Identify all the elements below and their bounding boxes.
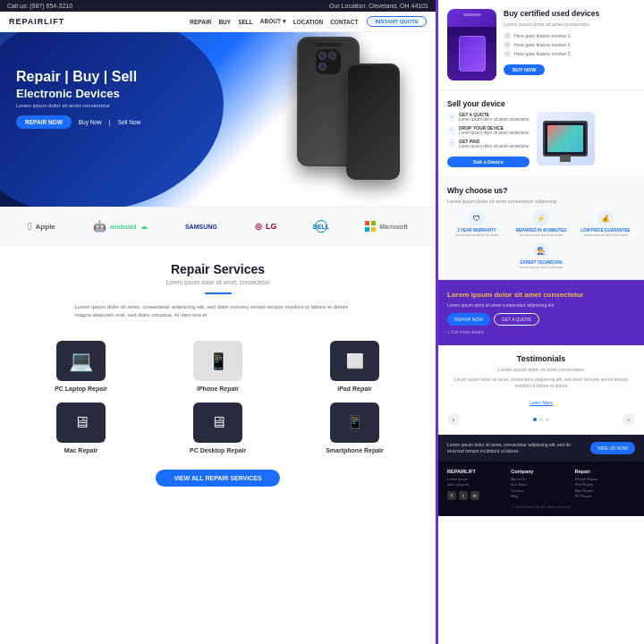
feature-check-1 <box>504 32 511 39</box>
hero-buttons: REPAIR NOW Buy Now | Sell Now <box>16 115 140 129</box>
laptop-icon: 💻 <box>69 350 93 373</box>
footer-team[interactable]: Our Team <box>511 482 571 487</box>
services-grid: 💻 PC Laptop Repair 📱 iPhone Repair ⬜ iPa… <box>0 341 436 462</box>
dot-1[interactable] <box>533 418 537 421</box>
footer-repairlift-title: REPAIRLIFT <box>447 469 507 474</box>
footer-company-title: Company <box>511 469 571 474</box>
brand-apple:  Apple <box>28 220 55 233</box>
iphone-icon: 📱 <box>208 352 228 371</box>
footer-repair-title: Repair <box>575 469 635 474</box>
feature-text-2: Here goes feature number 2 <box>514 42 571 47</box>
cta-title: Lorem ipsum dolor sit amet consectetur <box>447 291 635 299</box>
nav-contact[interactable]: CONTACT <box>330 19 358 25</box>
footer-link-1[interactable]: Lorem ipsum <box>447 477 507 481</box>
buy-now-link[interactable]: Buy Now <box>79 119 102 125</box>
footer-careers[interactable]: Careers <box>511 488 571 493</box>
cta-quote-button[interactable]: GET A QUOTE <box>494 313 540 326</box>
repair-section-subtitle: Lorem ipsum dolor sit amet, consectetur <box>18 279 418 285</box>
why-title: Why choose us? <box>447 186 635 195</box>
dot-3[interactable] <box>546 418 549 421</box>
cta-repair-button[interactable]: REPAIR NOW <box>447 313 490 326</box>
repair-section-title: Repair Services <box>18 262 418 276</box>
top-bar: Call us: (987) 654-3210 Our Location: Cl… <box>0 0 436 12</box>
laptop-icon-box: 💻 <box>56 341 106 381</box>
testimonials-learn-more[interactable]: Learn More <box>530 400 553 405</box>
footer-ipad-repair[interactable]: iPad Repair <box>575 482 635 487</box>
twitter-icon[interactable]: t <box>459 491 468 500</box>
mac-label: Mac Repair <box>18 447 144 453</box>
cta-link[interactable]: + Get more details <box>447 329 635 335</box>
desktop-icon-box: 🖥 <box>193 402 242 443</box>
sell-device-button[interactable]: Sell a Device <box>447 157 530 167</box>
step-content-3: GET PAID Lorem ipsum dolor sit amet cons… <box>459 139 530 149</box>
repair-now-button[interactable]: REPAIR NOW <box>16 115 72 129</box>
sell-now-link[interactable]: Sell Now <box>118 119 141 125</box>
ipad-icon-box: ⬜ <box>330 341 379 381</box>
footer-col-repairlift: REPAIRLIFT Lorem ipsum dolor sit amet f … <box>447 469 507 500</box>
cta-buttons: REPAIR NOW GET A QUOTE <box>447 313 635 326</box>
footer-blog[interactable]: Blog <box>511 494 571 498</box>
service-desktop[interactable]: 🖥 PC Desktop Repair <box>155 402 281 453</box>
testimonials-subtitle: Lorem ipsum dolor sit amet consectetur <box>447 367 635 374</box>
service-ipad[interactable]: ⬜ iPad Repair <box>292 341 418 392</box>
footer-about[interactable]: About Us <box>511 477 571 481</box>
step-icon-1 <box>447 112 456 121</box>
repair-section: Repair Services Lorem ipsum dolor sit am… <box>0 246 436 341</box>
footer-iphone-repair[interactable]: iPhone Repair <box>575 477 635 481</box>
nav-links: REPAIR BUY SELL ABOUT ▾ LOCATION CONTACT <box>190 18 358 25</box>
step-content-1: GET A QUOTE Lorem ipsum dolor sit amet c… <box>459 112 530 123</box>
feature-check-3 <box>504 50 511 57</box>
lg-label: LG <box>266 222 277 231</box>
android-label: android <box>110 223 136 231</box>
footer-col-repair: Repair iPhone Repair iPad Repair Mac Rep… <box>575 469 635 500</box>
instant-quote-button[interactable]: INSTANT QUOTE <box>367 16 427 27</box>
nav-repair[interactable]: REPAIR <box>190 19 211 25</box>
brand-microsoft: Microsoft <box>365 221 408 232</box>
hero-subtitle: Electronic Devices <box>16 87 140 100</box>
section-divider <box>205 292 232 294</box>
nav-location[interactable]: LOCATION <box>293 19 323 25</box>
social-links: f t in <box>447 491 507 500</box>
prev-arrow[interactable]: ‹ <box>447 413 460 426</box>
left-panel: Call us: (987) 654-3210 Our Location: Cl… <box>0 0 436 644</box>
view-all-button[interactable]: VIEW ALL REPAIR SERVICES <box>156 470 279 487</box>
separator: | <box>109 119 111 125</box>
why-section: Why choose us? Lorem ipsum dolor sit ame… <box>438 177 644 280</box>
certified-buy-button[interactable]: BUY NOW <box>504 64 545 75</box>
hero-title: Repair | Buy | Sell <box>16 68 140 85</box>
certified-feature-2: Here goes feature number 2 <box>504 41 599 48</box>
nav-about[interactable]: ABOUT ▾ <box>260 18 286 25</box>
cta-text: Lorem ipsum dolor sit amet consectetur a… <box>447 302 635 308</box>
service-smartphone[interactable]: 📱 Smartphone Repair <box>292 402 418 453</box>
sell-title: Sell your device <box>447 99 635 108</box>
iphone-icon-box: 📱 <box>193 341 242 381</box>
feature-check-2 <box>504 41 511 48</box>
facebook-icon[interactable]: f <box>447 491 456 500</box>
footer-pc-repair[interactable]: PC Repair <box>575 494 635 498</box>
feature-text-3: Here goes feature number 3 <box>514 51 571 56</box>
android-icon: 🤖 <box>93 220 106 233</box>
expert-icon: 👨‍🔧 <box>533 242 549 258</box>
why-item-expert: 👨‍🔧 EXPERT TECHNICIAN Lorem ipsum dolor … <box>447 242 635 269</box>
dell-icon: DELL <box>315 220 327 233</box>
service-laptop[interactable]: 💻 PC Laptop Repair <box>18 341 144 392</box>
sell-step-3: GET PAID Lorem ipsum dolor sit amet cons… <box>447 139 530 149</box>
dot-2[interactable] <box>539 418 543 421</box>
hire-us-button[interactable]: HIRE US NOW <box>590 442 635 454</box>
sell-section: Sell your device GET A QUOTE Lorem ipsum… <box>438 90 644 177</box>
nav-sell[interactable]: SELL <box>238 19 253 25</box>
instagram-icon[interactable]: in <box>470 491 479 500</box>
footer-col-company: Company About Us Our Team Careers Blog <box>511 469 571 500</box>
samsung-label: SAMSUNG <box>185 224 217 230</box>
footer-mac-repair[interactable]: Mac Repair <box>575 488 635 493</box>
nav-buy[interactable]: BUY <box>218 19 231 25</box>
lg-circle-icon: ◎ <box>255 222 262 231</box>
sell-step-1: GET A QUOTE Lorem ipsum dolor sit amet c… <box>447 112 530 123</box>
next-arrow[interactable]: › <box>623 413 635 426</box>
footer-link-2[interactable]: dolor sit amet <box>447 482 507 487</box>
monitor-screen <box>547 125 583 152</box>
service-iphone[interactable]: 📱 iPhone Repair <box>155 341 281 392</box>
service-mac[interactable]: 🖥 Mac Repair <box>18 402 144 453</box>
speed-text: Lorem ipsum dolor sit amet <box>512 233 571 237</box>
nav-logo[interactable]: REPAIRLIFT <box>9 17 64 26</box>
